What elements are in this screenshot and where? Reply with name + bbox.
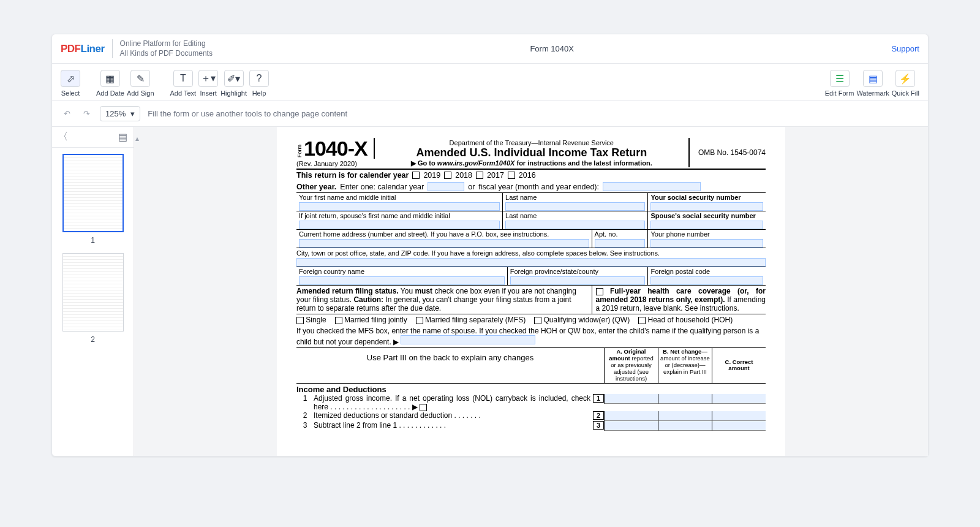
tool-group-edit: TAdd Text ＋▾Insert ✐▾Highlight ?Help	[170, 70, 269, 97]
tagline-line-1: Online Platform for Editing	[120, 39, 213, 49]
add-sign-button[interactable]: ✎Add Sign	[127, 70, 154, 97]
checkbox-2019[interactable]	[412, 172, 420, 179]
spouse-first-field[interactable]	[299, 221, 500, 229]
opt-mfj: Married filing jointly	[344, 316, 407, 324]
checkbox-single[interactable]	[296, 317, 304, 324]
redo-button[interactable]: ↷	[80, 108, 92, 120]
select-button[interactable]: ⬀Select	[61, 70, 80, 97]
form-header: Form 1040-X (Rev. January 2020) Departme…	[296, 138, 766, 167]
line-3-col-b[interactable]	[658, 421, 712, 431]
line-1-numcell: 1	[593, 394, 604, 403]
income-deductions-head: Income and Deductions	[296, 384, 766, 394]
workspace: 〈 ▤ 1 2 ▴ Form 1040-X (Rev	[52, 127, 928, 456]
select-label: Select	[61, 89, 80, 97]
pages-icon[interactable]: ▤	[118, 131, 127, 143]
last-name-field[interactable]	[505, 202, 645, 211]
city-note: City, town or post office, state, and ZI…	[296, 248, 766, 258]
col-c-head: C. Correct amount	[712, 348, 766, 383]
opt-single: Single	[306, 316, 326, 324]
foreign-postal-field[interactable]	[650, 276, 763, 285]
year-2018: 2018	[455, 171, 472, 180]
back-button[interactable]: 〈	[58, 131, 68, 143]
line-3-col-c[interactable]	[712, 421, 766, 431]
calendar-year-field[interactable]	[428, 182, 464, 191]
form-department: Department of the Treasury—Internal Reve…	[379, 139, 685, 146]
side-panel-head: 〈 ▤	[52, 127, 134, 148]
line-2-col-a[interactable]	[604, 411, 658, 421]
spouse-last-field[interactable]	[505, 221, 645, 229]
side-panel: 〈 ▤ 1 2	[52, 127, 134, 456]
highlight-button[interactable]: ✐▾Highlight	[221, 70, 247, 97]
foreign-province-field[interactable]	[510, 276, 646, 285]
line-2-no: 2	[296, 411, 314, 420]
add-text-label: Add Text	[170, 89, 197, 97]
city-field[interactable]	[296, 258, 766, 267]
apt-label: Apt. no.	[595, 230, 646, 238]
edit-form-button[interactable]: ☰Edit Form	[825, 70, 854, 97]
line-1-col-a[interactable]	[604, 394, 658, 404]
checkbox-hoh[interactable]	[638, 317, 646, 324]
scroll-up-arrow[interactable]: ▴	[135, 134, 139, 143]
checkbox-2016[interactable]	[508, 172, 515, 179]
form-goto: ▶ Go to www.irs.gov/Form1040X for instru…	[379, 159, 685, 167]
thumbnail-page-2[interactable]	[62, 253, 124, 332]
tool-group-right: ☰Edit Form ▤Watermark ⚡Quick Fill	[825, 70, 919, 97]
thumbnail-page-1[interactable]	[62, 154, 124, 232]
zoom-select[interactable]: 125%▾	[100, 106, 140, 121]
support-link[interactable]: Support	[891, 44, 919, 53]
checkbox-2018[interactable]	[444, 172, 451, 179]
watermark-icon: ▤	[863, 70, 883, 87]
phone-field[interactable]	[650, 239, 763, 248]
quick-fill-button[interactable]: ⚡Quick Fill	[892, 70, 919, 97]
apt-field[interactable]	[595, 239, 646, 248]
checkbox-2017[interactable]	[476, 172, 483, 179]
other-year-label: Other year.	[296, 183, 336, 191]
canvas[interactable]: ▴ Form 1040-X (Rev. January 2020) Depart…	[134, 127, 928, 456]
line-3-text: Subtract line 2 from line 1 . . . . . . …	[314, 421, 593, 430]
checkbox-qw[interactable]	[534, 317, 541, 324]
add-date-button[interactable]: ▦Add Date	[96, 70, 124, 97]
insert-button[interactable]: ＋▾Insert	[198, 70, 218, 97]
address-label: Current home address (number and street)…	[299, 230, 589, 238]
checkbox-nol[interactable]	[420, 404, 427, 411]
line-3-col-a[interactable]	[604, 421, 658, 431]
opt-hoh: Head of household (HOH)	[648, 316, 733, 324]
spouse-ssn-field[interactable]	[650, 221, 763, 229]
line-2-numcell: 2	[593, 411, 604, 420]
foreign-country-field[interactable]	[299, 276, 505, 285]
line-1: 1 Adjusted gross income. If a net operat…	[296, 394, 766, 411]
ssn-field[interactable]	[650, 202, 763, 211]
undo-button[interactable]: ↶	[61, 108, 73, 120]
add-text-button[interactable]: TAdd Text	[170, 70, 197, 97]
watermark-button[interactable]: ▤Watermark	[856, 70, 889, 97]
checkbox-mfj[interactable]	[335, 317, 342, 324]
opt-mfs: Married filing separately (MFS)	[425, 316, 526, 324]
line-1-col-c[interactable]	[712, 394, 766, 404]
first-name-field[interactable]	[299, 202, 500, 211]
line-2-text: Itemized deductions or standard deductio…	[314, 411, 593, 420]
line-3: 3 Subtract line 2 from line 1 . . . . . …	[296, 421, 766, 431]
spouse-last-label: Last name	[505, 212, 645, 219]
year-2019: 2019	[423, 171, 440, 180]
filing-status-options: Single Married filing jointly Married fi…	[296, 314, 766, 325]
tool-group-select: ⬀Select	[61, 70, 80, 97]
line-1-col-b[interactable]	[658, 394, 712, 404]
address-field[interactable]	[299, 239, 589, 248]
or-text: or	[468, 183, 475, 191]
mfs-name-field[interactable]	[401, 335, 535, 344]
line-2-col-b[interactable]	[658, 411, 712, 421]
calendar-year-row: This return is for calender year 2019 20…	[296, 170, 766, 181]
highlight-icon: ✐▾	[224, 70, 244, 87]
checkbox-health-coverage[interactable]	[596, 288, 603, 295]
thumb-num-1: 1	[91, 236, 95, 245]
last-name-label: Last name	[505, 194, 645, 201]
mfs-note-row: If you checked the MFS box, enter the na…	[296, 325, 766, 347]
fiscal-year-field[interactable]	[603, 182, 701, 191]
toolbar: ⬀Select ▦Add Date ✎Add Sign TAdd Text ＋▾…	[52, 64, 928, 101]
edit-form-label: Edit Form	[825, 89, 854, 97]
help-button[interactable]: ?Help	[249, 70, 269, 97]
address-row: Current home address (number and street)…	[296, 229, 766, 248]
checkbox-mfs[interactable]	[416, 317, 423, 324]
other-year-row: Other year. Enter one: calendar year or …	[296, 181, 766, 192]
line-2-col-c[interactable]	[712, 411, 766, 421]
